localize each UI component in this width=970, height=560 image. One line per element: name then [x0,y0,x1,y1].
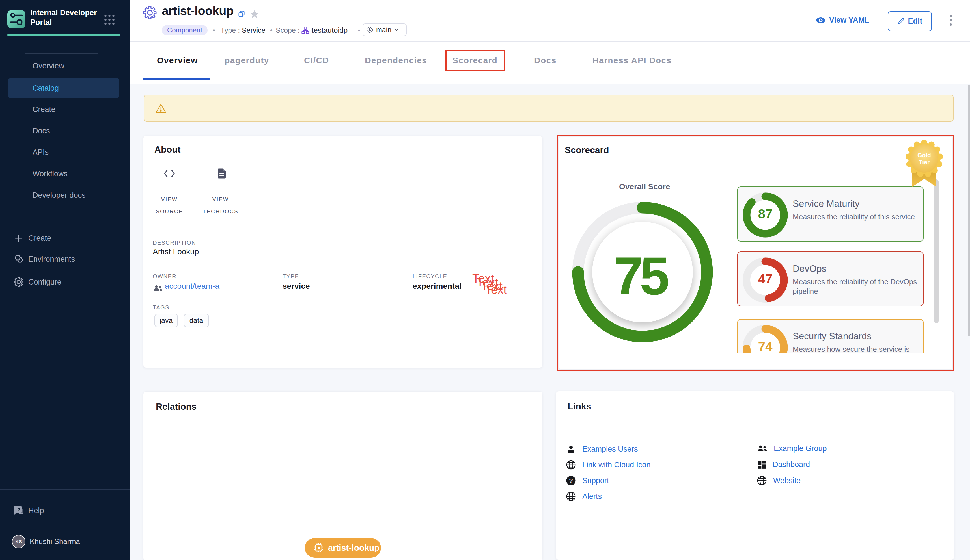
svg-text:?: ? [569,477,573,484]
svg-text:Tier: Tier [919,159,930,165]
svg-text:Gold: Gold [917,152,931,158]
svg-text:?: ? [17,507,20,513]
